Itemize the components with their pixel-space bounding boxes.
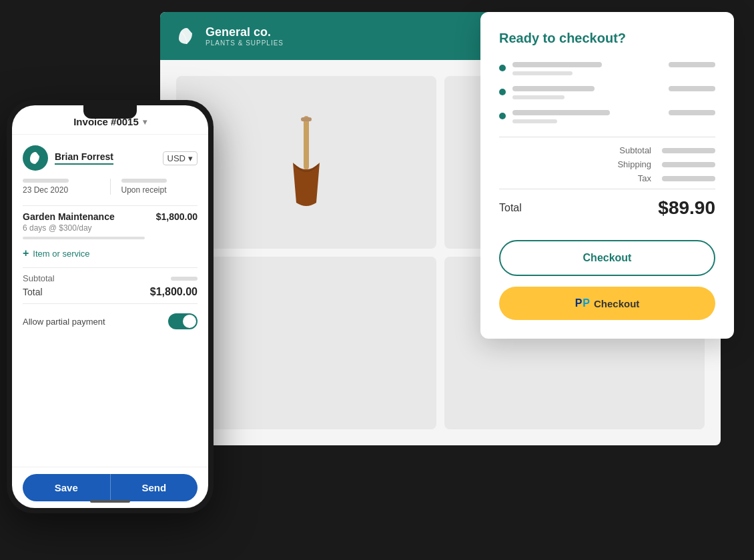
- paypal-p-cyan: P: [583, 297, 590, 309]
- item-price-1: [669, 62, 715, 67]
- item-lines-1: [512, 62, 662, 75]
- modal-title: Ready to checkout?: [499, 31, 715, 46]
- date-field-line: [23, 179, 69, 183]
- item-lines-2: [512, 86, 662, 99]
- checkout-button[interactable]: Checkout: [499, 240, 715, 276]
- total-label: Total: [499, 202, 522, 214]
- shipping-val: [662, 162, 715, 167]
- subtotal-label-invoice: Subtotal: [23, 273, 55, 283]
- field-divider: [110, 179, 111, 195]
- item-dot-3: [499, 113, 506, 119]
- invoice-body[interactable]: Brian Forrest USD ▾ 23 Dec 2020: [12, 135, 208, 467]
- leaf-avatar-icon: [28, 151, 43, 165]
- line-item-header: Garden Maintenance $1,800.00: [23, 211, 198, 222]
- item-dot-1: [499, 65, 506, 71]
- subtotal-bar: [171, 277, 198, 281]
- logo-leaf-icon: [176, 25, 198, 47]
- line-item-price: $1,800.00: [156, 211, 198, 222]
- company-name: General co.: [206, 25, 284, 40]
- partial-payment-toggle[interactable]: [168, 313, 198, 329]
- subtotal-row: Subtotal: [499, 145, 715, 155]
- currency-badge[interactable]: USD ▾: [163, 151, 198, 165]
- invoice-divider-2: [23, 267, 198, 268]
- invoice-divider-1: [23, 205, 198, 206]
- company-info: General co. PLANTS & SUPPLIES: [206, 25, 284, 47]
- item-price-3: [669, 110, 715, 115]
- item-line-main-2: [512, 86, 595, 91]
- currency-label: USD: [167, 153, 185, 163]
- due-field-line: [121, 179, 167, 183]
- total-invoice-value: $1,800.00: [150, 286, 198, 298]
- item-line-main-1: [512, 62, 602, 67]
- shovel-cell: [176, 76, 436, 249]
- due-field: Upon receipt: [121, 179, 198, 195]
- paypal-p-blue: P: [575, 297, 583, 309]
- phone-screen: Invoice #0015 ▾ Brian Forrest: [12, 105, 208, 508]
- checkout-item-1: [499, 62, 715, 75]
- checkout-item-2: [499, 86, 715, 99]
- phone-notch: [83, 105, 137, 119]
- subtotal-section: Subtotal: [23, 273, 198, 283]
- date-field: 23 Dec 2020: [23, 179, 99, 195]
- due-value: Upon receipt: [121, 185, 198, 195]
- total-invoice-row: Total $1,800.00: [23, 286, 198, 298]
- total-row: Total $89.90: [499, 189, 715, 219]
- paypal-btn-label: Checkout: [594, 298, 639, 309]
- item-line-main-3: [512, 110, 610, 115]
- date-value: 23 Dec 2020: [23, 185, 99, 195]
- toggle-knob: [183, 315, 196, 328]
- save-button[interactable]: Save: [23, 474, 110, 501]
- item-line-sub-1: [512, 71, 573, 75]
- phone-home-bar: [90, 500, 130, 503]
- add-item-label: Item or service: [33, 249, 89, 259]
- total-invoice-label: Total: [23, 287, 43, 297]
- item-line-sub-2: [512, 95, 564, 99]
- shovel-icon: [280, 116, 333, 209]
- cell-3: [176, 257, 436, 429]
- subtotal-label: Subtotal: [619, 145, 651, 155]
- line-item-desc: 6 days @ $300/day: [23, 223, 198, 233]
- client-name: Brian Forrest: [55, 151, 113, 162]
- tax-val: [662, 176, 715, 181]
- checkout-item-3: [499, 110, 715, 123]
- shipping-row: Shipping: [499, 159, 715, 169]
- date-row: 23 Dec 2020 Upon receipt: [23, 179, 198, 195]
- add-item-row[interactable]: + Item or service: [23, 247, 198, 259]
- client-name-group: Brian Forrest: [55, 151, 113, 165]
- item-price-2: [669, 86, 715, 91]
- svg-rect-0: [304, 116, 309, 169]
- line-item-name: Garden Maintenance: [23, 211, 115, 222]
- paypal-logo: PP: [575, 297, 590, 309]
- shipping-label: Shipping: [617, 159, 651, 169]
- checkout-modal: Ready to checkout?: [480, 12, 734, 339]
- add-plus-icon: +: [23, 247, 29, 259]
- svg-rect-1: [301, 117, 312, 121]
- currency-chevron-icon: ▾: [188, 153, 193, 163]
- client-name-underline: [55, 163, 113, 165]
- paypal-checkout-button[interactable]: PP Checkout: [499, 287, 715, 320]
- total-amount: $89.90: [658, 197, 715, 219]
- checkout-items-list: [499, 62, 715, 123]
- item-dot-2: [499, 89, 506, 95]
- company-sub: PLANTS & SUPPLIES: [206, 39, 284, 47]
- phone-frame: Invoice #0015 ▾ Brian Forrest: [7, 100, 214, 513]
- partial-payment-row: Allow partial payment: [23, 303, 198, 339]
- client-row: Brian Forrest USD ▾: [23, 145, 198, 171]
- line-item-bar: [23, 237, 145, 239]
- tax-row: Tax: [499, 173, 715, 183]
- subtotal-val: [662, 148, 715, 153]
- checkout-totals: Subtotal Shipping Tax Total $89.90: [499, 137, 715, 219]
- send-button[interactable]: Send: [110, 474, 198, 501]
- line-item-1: Garden Maintenance $1,800.00 6 days @ $3…: [23, 211, 198, 239]
- item-lines-3: [512, 110, 662, 123]
- item-line-sub-3: [512, 119, 557, 123]
- chevron-down-icon: ▾: [143, 117, 147, 127]
- client-avatar: [23, 145, 48, 171]
- phone-container: Invoice #0015 ▾ Brian Forrest: [7, 100, 214, 513]
- tax-label: Tax: [638, 173, 651, 183]
- partial-payment-label: Allow partial payment: [23, 317, 105, 327]
- client-info: Brian Forrest: [23, 145, 113, 171]
